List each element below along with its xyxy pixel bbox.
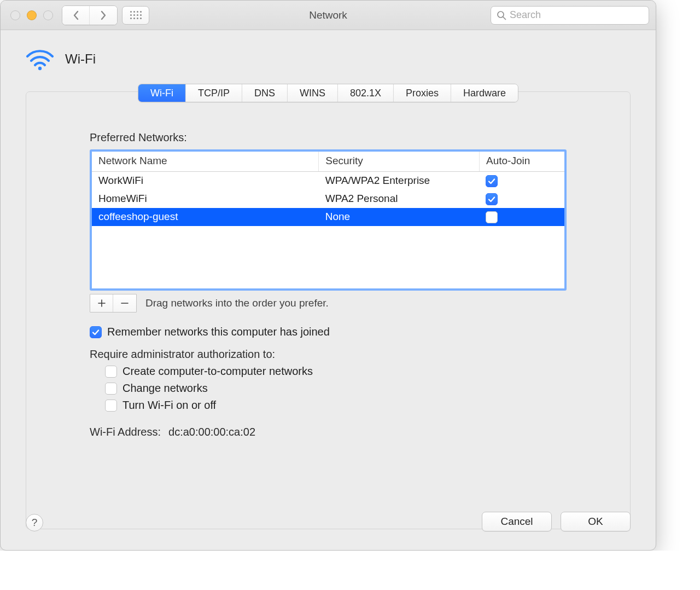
tab-proxies[interactable]: Proxies (394, 84, 451, 102)
cancel-button-label: Cancel (500, 516, 533, 528)
svg-point-0 (498, 11, 504, 18)
preferred-networks-label: Preferred Networks: (90, 131, 567, 144)
close-window-button[interactable] (10, 10, 20, 20)
network-name-cell: WorkWiFi (92, 172, 319, 190)
table-row[interactable]: coffeeshop-guestNone (92, 208, 564, 226)
content-panel: Preferred Networks: Network Name Securit… (26, 91, 631, 529)
tab-dns[interactable]: DNS (242, 84, 288, 102)
admin-turn-option[interactable]: Turn Wi-Fi on or off (105, 399, 567, 412)
minimize-window-button[interactable] (27, 10, 37, 20)
column-header-security[interactable]: Security (319, 152, 480, 172)
page-header: Wi-Fi (1, 30, 656, 76)
remember-networks-option[interactable]: Remember networks this computer has join… (90, 326, 567, 338)
back-button[interactable] (62, 6, 90, 25)
table-row[interactable]: HomeWiFiWPA2 Personal (92, 190, 564, 208)
titlebar: Network Search (1, 1, 656, 30)
column-header-autojoin[interactable]: Auto-Join (479, 152, 564, 172)
search-input[interactable]: Search (491, 6, 649, 25)
plus-icon (97, 299, 106, 308)
tab-802-1x[interactable]: 802.1X (338, 84, 394, 102)
autojoin-checkbox[interactable] (486, 211, 498, 223)
ok-button-label: OK (588, 516, 603, 528)
traffic-lights (10, 10, 53, 20)
chevron-right-icon (100, 10, 107, 20)
admin-change-option[interactable]: Change networks (105, 382, 567, 395)
tab-wins[interactable]: WINS (288, 84, 338, 102)
help-button[interactable]: ? (26, 514, 43, 531)
remember-networks-checkbox[interactable] (90, 326, 102, 338)
admin-auth-heading: Require administrator authorization to: (90, 348, 567, 361)
preferred-networks-table[interactable]: Network Name Security Auto-Join WorkWiFi… (90, 149, 567, 291)
wifi-address-row: Wi-Fi Address: dc:a0:00:00:ca:02 (90, 426, 567, 438)
security-cell: WPA2 Personal (319, 190, 480, 208)
autojoin-checkbox[interactable] (486, 175, 498, 187)
show-all-button[interactable] (122, 6, 149, 25)
ok-button[interactable]: OK (561, 512, 631, 531)
admin-turn-label: Turn Wi-Fi on or off (122, 399, 216, 412)
add-network-button[interactable] (90, 294, 113, 312)
help-icon: ? (32, 517, 38, 529)
admin-create-label: Create computer-to-computer networks (122, 365, 313, 378)
search-placeholder: Search (510, 9, 541, 21)
autojoin-cell (479, 172, 564, 190)
wifi-address-value: dc:a0:00:00:ca:02 (168, 426, 255, 438)
cancel-button[interactable]: Cancel (482, 512, 552, 531)
page-title: Wi-Fi (65, 51, 96, 67)
svg-point-2 (38, 67, 42, 70)
admin-change-label: Change networks (122, 382, 208, 395)
zoom-window-button[interactable] (43, 10, 53, 20)
tab-tcp-ip[interactable]: TCP/IP (186, 84, 242, 102)
drag-hint: Drag networks into the order you prefer. (145, 297, 329, 309)
tab-hardware[interactable]: Hardware (451, 84, 518, 102)
wifi-address-label: Wi-Fi Address: (90, 426, 161, 438)
wifi-icon (26, 48, 54, 71)
remove-network-button[interactable] (113, 294, 136, 312)
security-cell: None (319, 208, 480, 226)
security-cell: WPA/WPA2 Enterprise (319, 172, 480, 190)
minus-icon (120, 299, 129, 308)
network-name-cell: coffeeshop-guest (92, 208, 319, 226)
autojoin-checkbox[interactable] (486, 193, 498, 205)
tabs: Wi-FiTCP/IPDNSWINS802.1XProxiesHardware (138, 84, 518, 102)
admin-turn-checkbox[interactable] (105, 400, 117, 412)
admin-change-checkbox[interactable] (105, 383, 117, 395)
nav-back-forward (62, 5, 118, 25)
svg-line-1 (503, 17, 506, 20)
forward-button[interactable] (90, 6, 117, 25)
network-name-cell: HomeWiFi (92, 190, 319, 208)
network-preferences-window: Network Search Wi-Fi Preferred Networks: (0, 0, 656, 551)
autojoin-cell (479, 190, 564, 208)
admin-create-option[interactable]: Create computer-to-computer networks (105, 365, 567, 378)
grid-icon (130, 11, 142, 19)
remember-networks-label: Remember networks this computer has join… (107, 326, 330, 338)
column-header-network-name[interactable]: Network Name (92, 152, 319, 172)
footer-buttons: Cancel OK (482, 512, 631, 531)
table-row[interactable]: WorkWiFiWPA/WPA2 Enterprise (92, 172, 564, 190)
admin-create-checkbox[interactable] (105, 366, 117, 378)
add-remove-controls (90, 294, 137, 313)
autojoin-cell (479, 208, 564, 226)
tab-wi-fi[interactable]: Wi-Fi (138, 84, 186, 102)
search-icon (497, 10, 506, 20)
chevron-left-icon (72, 10, 80, 20)
